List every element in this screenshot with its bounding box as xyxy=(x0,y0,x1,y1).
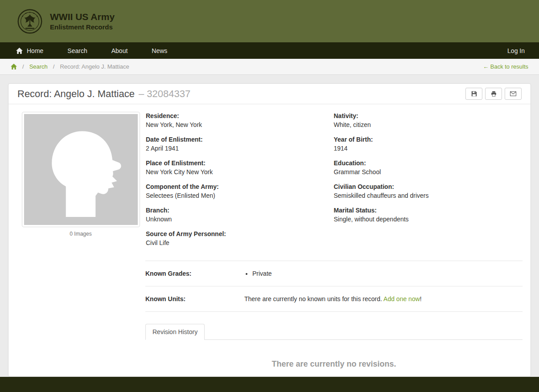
field-value: Unknown xyxy=(146,215,323,223)
known-units-text: There are currently no known units for t… xyxy=(244,295,382,302)
field-education: Education: Grammar School xyxy=(334,159,511,176)
divider xyxy=(145,311,523,312)
print-button[interactable] xyxy=(485,88,502,100)
field-residence: Residence: New York, New York xyxy=(146,112,323,129)
field-value: White, citizen xyxy=(334,121,511,129)
field-civilian-occupation: Civilian Occupation: Semiskilled chauffe… xyxy=(334,183,511,200)
field-value: 1914 xyxy=(334,144,511,152)
field-label: Education: xyxy=(334,159,511,167)
field-value: Grammar School xyxy=(334,168,511,176)
main-nav: Home Search About News Log In xyxy=(0,42,539,59)
field-value: 2 April 1941 xyxy=(146,144,323,152)
breadcrumb-home-icon[interactable] xyxy=(11,64,17,69)
tab-revision-history[interactable]: Revision History xyxy=(145,324,205,340)
site-title: WWII US Army Enlistment Records xyxy=(50,11,115,31)
print-icon xyxy=(491,91,497,97)
breadcrumb-separator: / xyxy=(22,63,24,70)
record-image-background xyxy=(24,114,138,225)
field-value: New York, New York xyxy=(146,121,323,129)
home-icon xyxy=(16,48,23,54)
breadcrumb-search-link[interactable]: Search xyxy=(29,63,48,70)
field-label: Nativity: xyxy=(334,112,511,120)
nav-item-about[interactable]: About xyxy=(99,42,140,59)
breadcrumb-current: Record: Angelo J. Mattiace xyxy=(60,63,129,70)
site-title-line1: WWII US Army xyxy=(50,11,115,23)
record-fields-left: Residence: New York, New York Date of En… xyxy=(146,112,334,253)
nav-home-label: Home xyxy=(27,47,43,54)
field-label: Component of the Army: xyxy=(146,183,323,191)
field-value: Semiskilled chauffeurs and drivers xyxy=(334,192,511,200)
record-fields: Residence: New York, New York Date of En… xyxy=(146,112,523,253)
field-value: Single, without dependents xyxy=(334,215,511,223)
add-unit-link[interactable]: Add one now xyxy=(383,295,420,302)
field-label: Place of Enlistment: xyxy=(146,159,323,167)
record-fields-right: Nativity: White, citizen Year of Birth: … xyxy=(334,112,522,253)
grade-item: Private xyxy=(252,270,523,277)
site-title-line2: Enlistment Records xyxy=(50,23,115,31)
field-place-of-enlistment: Place of Enlistment: New York City New Y… xyxy=(146,159,323,176)
known-grades-row: Known Grades: Private xyxy=(145,268,523,279)
known-units-content: There are currently no known units for t… xyxy=(244,295,523,302)
field-source-of-personnel: Source of Army Personnel: Civil Life xyxy=(146,230,323,247)
field-label: Civilian Occupation: xyxy=(334,183,511,191)
nav-item-news[interactable]: News xyxy=(140,42,179,59)
record-title: Record: Angelo J. Mattiace xyxy=(17,88,135,100)
record-card: Record: Angelo J. Mattiace – 32084337 xyxy=(8,83,531,377)
record-card-header: Record: Angelo J. Mattiace – 32084337 xyxy=(8,84,531,104)
field-label: Source of Army Personnel: xyxy=(146,230,323,238)
field-component-of-army: Component of the Army: Selectees (Enlist… xyxy=(146,183,323,200)
field-label: Branch: xyxy=(146,206,323,214)
field-nativity: Nativity: White, citizen xyxy=(334,112,511,129)
record-actions xyxy=(465,88,522,100)
nav-item-home[interactable]: Home xyxy=(10,42,55,59)
known-grades-label: Known Grades: xyxy=(145,270,244,277)
save-button[interactable] xyxy=(465,88,482,100)
field-label: Date of Enlistment: xyxy=(146,135,323,143)
known-units-label: Known Units: xyxy=(145,295,244,302)
record-tabs: Revision History xyxy=(145,323,523,340)
field-label: Year of Birth: xyxy=(334,135,511,143)
field-branch: Branch: Unknown xyxy=(146,206,323,223)
record-image-placeholder xyxy=(22,112,140,227)
envelope-icon xyxy=(510,91,516,96)
field-value: Civil Life xyxy=(146,239,323,247)
record-top-row: 0 Images Residence: New York, New York D… xyxy=(16,112,523,253)
soldier-silhouette-icon xyxy=(31,122,130,217)
site-header: WWII US Army Enlistment Records xyxy=(0,0,539,42)
field-date-of-enlistment: Date of Enlistment: 2 April 1941 xyxy=(146,135,323,152)
field-marital-status: Marital Status: Single, without dependen… xyxy=(334,206,511,223)
email-button[interactable] xyxy=(505,88,522,100)
known-units-suffix: ! xyxy=(420,295,422,302)
divider xyxy=(145,286,523,286)
field-year-of-birth: Year of Birth: 1914 xyxy=(334,135,511,152)
nav-item-search[interactable]: Search xyxy=(55,42,99,59)
nav-about-label: About xyxy=(111,47,128,54)
save-icon xyxy=(471,91,477,97)
login-button[interactable]: Log In xyxy=(495,42,529,59)
site-footer xyxy=(0,377,539,392)
field-label: Residence: xyxy=(146,112,323,120)
image-count-caption: 0 Images xyxy=(16,231,146,237)
record-serial-number: – 32084337 xyxy=(139,88,190,100)
login-label: Log In xyxy=(507,47,525,54)
known-grades-list: Private xyxy=(244,270,523,277)
field-value: Selectees (Enlisted Men) xyxy=(146,192,323,200)
no-revisions-message: There are currently no revisions. xyxy=(145,359,523,369)
record-card-body: 0 Images Residence: New York, New York D… xyxy=(8,104,531,369)
nav-news-label: News xyxy=(152,47,167,54)
known-units-row: Known Units: There are currently no know… xyxy=(145,294,523,304)
divider xyxy=(145,261,523,261)
field-value: New York City New York xyxy=(146,168,323,176)
breadcrumb-separator: / xyxy=(53,63,55,70)
nav-search-label: Search xyxy=(67,47,87,54)
record-image-column: 0 Images xyxy=(16,112,146,253)
back-to-results-link[interactable]: ← Back to results xyxy=(483,63,528,70)
record-lower-sections: Known Grades: Private Known Units: There… xyxy=(145,261,523,369)
field-label: Marital Status: xyxy=(334,206,511,214)
breadcrumb: / Search / Record: Angelo J. Mattiace ← … xyxy=(0,59,539,75)
army-seal-logo xyxy=(17,8,43,34)
